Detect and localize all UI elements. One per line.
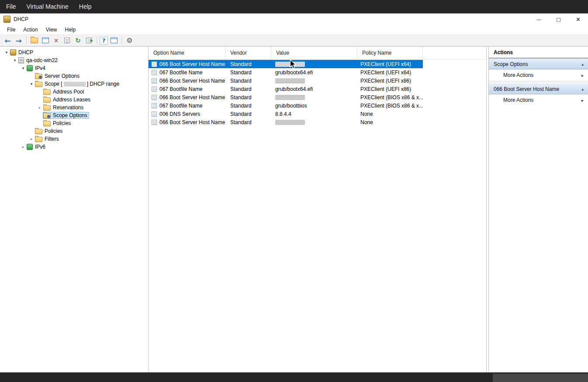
- more-actions-item[interactable]: More Actions ▸: [489, 94, 588, 106]
- cell-option-name: 066 Boot Server Host Name: [159, 61, 225, 67]
- help-icon[interactable]: ?: [100, 37, 108, 45]
- close-button[interactable]: ✕: [568, 14, 588, 25]
- menu-help[interactable]: Help: [61, 25, 80, 35]
- collapse-section-icon[interactable]: ▴: [581, 87, 584, 91]
- chevron-expanded-icon[interactable]: ▾: [3, 49, 10, 56]
- menu-action[interactable]: Action: [19, 25, 42, 35]
- tree-item-label: Filters: [45, 136, 59, 142]
- cell-value: 8.8.4.4: [271, 111, 357, 117]
- tree-item-dhcp[interactable]: ▾ DHCP: [0, 49, 148, 56]
- column-header-vendor[interactable]: Vendor: [225, 47, 271, 59]
- tree-item-ipv6[interactable]: ▸ IPv6: [0, 143, 148, 151]
- folder-icon: [35, 82, 42, 87]
- folder-options-icon: [43, 113, 51, 118]
- folder-icon: [43, 105, 51, 111]
- toolbar-separator: [26, 37, 27, 44]
- tree-item-server-options[interactable]: Server Options: [0, 72, 148, 80]
- tree-item-server[interactable]: ▾ qa-odc-win22: [0, 56, 148, 64]
- export-list-icon[interactable]: [84, 36, 94, 45]
- tree-item-label: Server Options: [45, 73, 80, 79]
- vm-menu-virtual-machine[interactable]: Virtual Machine: [21, 0, 74, 13]
- option-icon: [152, 111, 157, 117]
- chevron-collapsed-icon[interactable]: ▸: [20, 143, 26, 151]
- mmc-toolbar: ← → ✕ ↻ ? ⚙: [0, 35, 588, 46]
- option-icon: [152, 78, 157, 83]
- window-title: DHCP: [14, 16, 28, 22]
- cell-vendor: Standard: [225, 111, 271, 117]
- minimize-button[interactable]: —: [529, 14, 549, 25]
- more-actions-item[interactable]: More Actions ▸: [489, 69, 588, 81]
- ipv6-icon: [27, 144, 33, 150]
- option-icon: [152, 120, 157, 125]
- list-row[interactable]: 066 Boot Server Host Name Standard None: [149, 118, 423, 126]
- chevron-collapsed-icon[interactable]: ▸: [28, 135, 35, 143]
- cell-value: grub/bootx64.efi: [271, 69, 357, 76]
- tree-item-scope-options[interactable]: Scope Options: [0, 111, 148, 119]
- cell-policy-name: PXEClient (BIOS x86 & x...: [357, 94, 423, 101]
- tree-item-label: IPv4: [35, 65, 45, 71]
- collapse-section-icon[interactable]: ▴: [581, 62, 584, 66]
- dhcp-root-icon: [10, 49, 16, 56]
- new-window-icon[interactable]: [109, 36, 119, 45]
- list-row[interactable]: 066 Boot Server Host Name Standard PXECl…: [149, 76, 423, 85]
- column-header-option-name[interactable]: Option Name: [149, 47, 225, 59]
- vm-menu-help[interactable]: Help: [74, 0, 97, 13]
- redacted-value: [275, 78, 305, 83]
- tree-item-scope[interactable]: ▾ Scope [] DHCP range: [0, 80, 148, 88]
- console-main-area: ▾ DHCP ▾ qa-odc-win22 ▾ IPv4: [0, 46, 588, 372]
- chevron-collapsed-icon[interactable]: ▸: [37, 104, 43, 111]
- actions-section-label: 066 Boot Server Host Name: [494, 86, 559, 92]
- mmc-menubar: File Action View Help: [0, 25, 588, 35]
- tree-item-address-leases[interactable]: Address Leases: [0, 96, 148, 104]
- column-header-policy-name[interactable]: Policy Name: [357, 47, 423, 59]
- chevron-expanded-icon[interactable]: ▾: [20, 64, 26, 72]
- list-rows: 066 Boot Server Host Name Standard PXECl…: [149, 59, 486, 126]
- console-settings-icon[interactable]: ⚙: [125, 36, 135, 45]
- cell-option-name: 066 Boot Server Host Name: [159, 94, 225, 101]
- list-row[interactable]: 066 Boot Server Host Name Standard PXECl…: [149, 60, 423, 68]
- list-row[interactable]: 067 Bootfile Name Standard grub/bootbios…: [149, 101, 423, 110]
- cell-vendor: Standard: [225, 94, 271, 101]
- tree-item-label: Policies: [45, 128, 62, 134]
- tree-item-reservations[interactable]: ▸ Reservations: [0, 104, 148, 111]
- folder-icon: [43, 97, 51, 103]
- list-row[interactable]: 067 Bootfile Name Standard grub/bootx64.…: [149, 68, 423, 76]
- cell-value: grub/bootbios: [271, 103, 357, 109]
- up-one-level-icon[interactable]: [29, 36, 39, 45]
- maximize-button[interactable]: □: [549, 14, 568, 25]
- vm-menu-file[interactable]: File: [0, 0, 21, 13]
- list-row[interactable]: 066 Boot Server Host Name Standard PXECl…: [149, 93, 423, 101]
- refresh-icon[interactable]: ↻: [73, 36, 83, 45]
- delete-icon[interactable]: ✕: [51, 36, 61, 45]
- forward-icon[interactable]: →: [14, 36, 24, 45]
- window-titlebar[interactable]: DHCP — □ ✕: [0, 14, 588, 25]
- column-header-value[interactable]: Value: [271, 47, 357, 59]
- cell-option-name: 067 Bootfile Name: [159, 69, 203, 76]
- menu-file[interactable]: File: [0, 25, 19, 35]
- cell-policy-name: PXEClient (UEFI x64): [357, 61, 423, 67]
- redacted-value: [275, 120, 305, 125]
- tree-item-label: Policies: [53, 120, 71, 126]
- actions-pane: Actions Scope Options ▴ More Actions ▸ 0…: [488, 47, 588, 372]
- tree-item-label: Address Pool: [53, 89, 84, 95]
- show-console-tree-icon[interactable]: [40, 36, 50, 45]
- cell-vendor: Standard: [225, 86, 271, 92]
- tree-item-policies[interactable]: Policies: [0, 127, 148, 135]
- tree-item-label: Scope [] DHCP range: [45, 81, 119, 87]
- tree-item-address-pool[interactable]: Address Pool: [0, 88, 148, 96]
- properties-icon[interactable]: [62, 36, 72, 45]
- list-row[interactable]: 006 DNS Servers Standard 8.8.4.4 None: [149, 110, 423, 118]
- more-actions-label: More Actions: [503, 72, 533, 78]
- list-row[interactable]: 067 Bootfile Name Standard grub/bootx64.…: [149, 85, 423, 93]
- tree-item-filters[interactable]: ▸ Filters: [0, 135, 148, 143]
- chevron-expanded-icon[interactable]: ▾: [12, 56, 18, 64]
- tree-item-scope-policies[interactable]: Policies: [0, 119, 148, 127]
- chevron-expanded-icon[interactable]: ▾: [28, 80, 35, 88]
- actions-section-066-boot-server[interactable]: 066 Boot Server Host Name ▴: [489, 83, 588, 94]
- menu-view[interactable]: View: [42, 25, 61, 35]
- back-icon[interactable]: ←: [3, 36, 13, 45]
- tree-item-ipv4[interactable]: ▾ IPv4: [0, 64, 148, 72]
- more-actions-label: More Actions: [503, 97, 533, 103]
- cell-option-name: 067 Bootfile Name: [159, 103, 203, 109]
- actions-section-scope-options[interactable]: Scope Options ▴: [489, 59, 588, 69]
